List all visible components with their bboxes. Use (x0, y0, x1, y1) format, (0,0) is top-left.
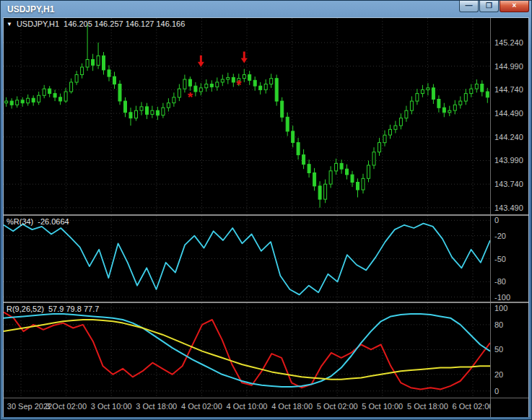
indicator-value: 57.9 79.8 77.7 (48, 305, 99, 313)
price-panel: ** ▼ USDJPY,H1 146.205 146.257 146.127 1… (4, 18, 528, 214)
svg-text:*: * (236, 77, 242, 92)
percent-r-axis[interactable]: 0-20-50-80-100 (490, 216, 528, 302)
axis-tick-label: 143.990 (494, 156, 523, 165)
axis-tick-label: -20 (494, 232, 506, 240)
axis-tick-label: 145.240 (494, 38, 523, 47)
time-axis-corner (490, 398, 528, 417)
indicator-value: -26.0664 (38, 217, 69, 226)
axis-tick-label: 144.740 (494, 85, 523, 94)
time-label: 3 Oct 18:00 (136, 402, 177, 411)
window-title: USDJPY,H1 (7, 4, 54, 14)
time-label: 3 Oct 10:00 (91, 402, 132, 411)
symbol-period-label: USDJPY,H1 (17, 19, 59, 28)
axis-tick-label: 0 (494, 216, 499, 224)
percent-r-plot[interactable]: %R(34) -26.0664 (4, 216, 490, 302)
collapse-triangle-icon[interactable]: ▼ (6, 21, 12, 27)
time-label: 5 Oct 10:00 (362, 402, 403, 411)
time-label: 6 Oct 02:00 (453, 402, 490, 411)
axis-tick-label: 100 (494, 304, 507, 312)
indicator-name: R(9,26,52) (6, 305, 44, 313)
time-label: 5 Oct 02:00 (317, 402, 358, 411)
axis-tick-label: -50 (494, 255, 506, 263)
oscillator-axis[interactable]: 1008050200 (490, 303, 528, 398)
mt4-chart-window: USDJPY,H1 — ❐ × ** ▼ USDJPY,H1 146.205 1… (0, 0, 532, 420)
oscillator-panel: R(9,26,52) 57.9 79.8 77.7 1008050200 (4, 303, 528, 398)
axis-tick-label: -80 (494, 277, 506, 286)
percent-r-panel: %R(34) -26.0664 0-20-50-80-100 (4, 216, 528, 302)
price-axis[interactable]: 145.240144.990144.740144.490144.240143.9… (490, 18, 528, 214)
time-labels: 30 Sep 20223 Oct 02:003 Oct 10:003 Oct 1… (4, 398, 490, 417)
indicator-name: %R(34) (6, 217, 33, 226)
time-axis[interactable]: 30 Sep 20223 Oct 02:003 Oct 10:003 Oct 1… (4, 398, 528, 417)
minimize-button[interactable]: — (459, 1, 479, 12)
time-label: 4 Oct 10:00 (227, 402, 268, 411)
price-panel-header: ▼ USDJPY,H1 146.205 146.257 146.127 146.… (6, 19, 185, 28)
chart-client-area: ** ▼ USDJPY,H1 146.205 146.257 146.127 1… (3, 17, 529, 417)
axis-tick-label: 143.740 (494, 180, 523, 188)
time-label: 5 Oct 18:00 (407, 402, 448, 411)
axis-tick-label: 50 (494, 345, 503, 354)
oscillator-plot[interactable]: R(9,26,52) 57.9 79.8 77.7 (4, 303, 490, 398)
oscillator-chart (4, 303, 490, 398)
axis-tick-label: 144.990 (494, 62, 523, 71)
candlestick-chart: ** (4, 18, 490, 214)
percent-r-chart (4, 216, 490, 302)
time-label: 4 Oct 02:00 (181, 402, 222, 411)
axis-tick-label: 143.490 (494, 204, 523, 212)
axis-tick-label: 144.240 (494, 133, 523, 141)
window-controls: — ❐ × (458, 1, 529, 12)
axis-tick-label: -100 (494, 293, 510, 302)
restore-button[interactable]: ❐ (479, 1, 499, 12)
percent-r-header: %R(34) -26.0664 (6, 217, 69, 226)
title-bar[interactable]: USDJPY,H1 — ❐ × (3, 1, 529, 17)
candlestick-plot[interactable]: ** ▼ USDJPY,H1 146.205 146.257 146.127 1… (4, 18, 490, 214)
axis-tick-label: 20 (494, 370, 503, 379)
time-label: 4 Oct 18:00 (271, 402, 313, 411)
oscillator-header: R(9,26,52) 57.9 79.8 77.7 (6, 305, 99, 313)
axis-tick-label: 80 (494, 320, 503, 329)
time-label: 3 Oct 02:00 (45, 402, 87, 411)
axis-tick-label: 0 (494, 387, 499, 395)
svg-text:*: * (188, 89, 193, 105)
axis-tick-label: 144.490 (494, 109, 523, 118)
close-button[interactable]: × (500, 1, 529, 12)
ohlc-values: 146.205 146.257 146.127 146.166 (64, 19, 185, 28)
